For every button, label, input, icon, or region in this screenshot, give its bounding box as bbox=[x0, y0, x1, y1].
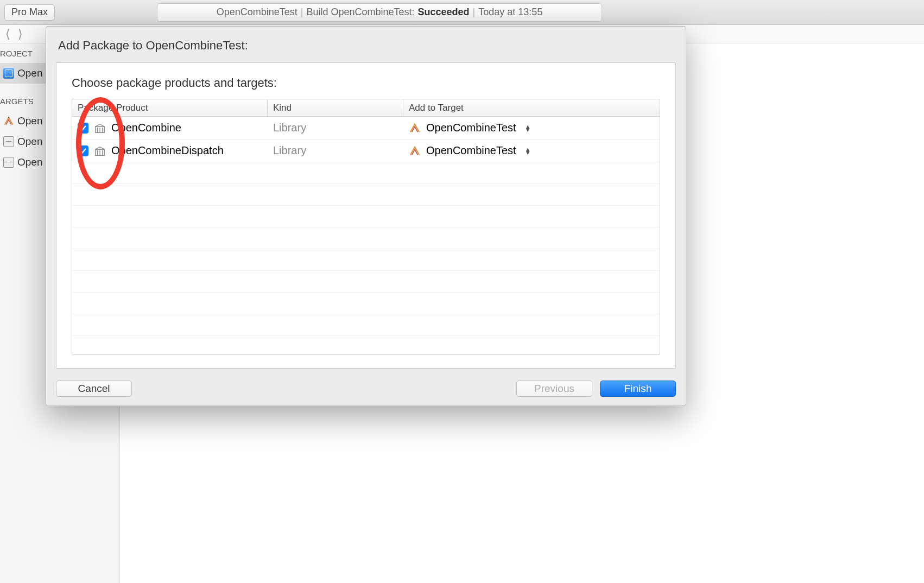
library-icon bbox=[94, 122, 106, 134]
activity-separator: | bbox=[473, 7, 476, 18]
dialog-subtitle: Choose package products and targets: bbox=[72, 76, 660, 90]
sidebar-item-label: Open bbox=[17, 136, 42, 148]
column-header-product[interactable]: Package Product bbox=[72, 99, 268, 116]
table-row bbox=[72, 206, 660, 227]
nav-forward-icon[interactable]: ⟩ bbox=[17, 27, 24, 41]
previous-button[interactable]: Previous bbox=[516, 381, 592, 397]
app-target-icon bbox=[409, 145, 421, 157]
project-icon bbox=[3, 68, 14, 79]
target-selector[interactable]: OpenCombineTest ▲▼ bbox=[403, 117, 660, 139]
add-package-dialog: Add Package to OpenCombineTest: Choose p… bbox=[46, 26, 686, 406]
sidebar-item-target[interactable]: Open bbox=[0, 152, 49, 173]
target-name: OpenCombineTest bbox=[426, 122, 516, 134]
nav-back-icon[interactable]: ⟨ bbox=[4, 27, 11, 41]
navigator-sidebar: ROJECT Open ARGETS Open Open Open bbox=[0, 43, 49, 173]
dialog-button-bar: Cancel Previous Finish bbox=[56, 381, 676, 397]
column-header-kind[interactable]: Kind bbox=[268, 99, 403, 116]
sidebar-item-target[interactable]: Open bbox=[0, 111, 49, 131]
sidebar-item-label: Open bbox=[17, 67, 42, 79]
table-row bbox=[72, 184, 660, 206]
stepper-icon: ▲▼ bbox=[525, 125, 531, 131]
row-checkbox[interactable] bbox=[78, 123, 88, 134]
section-header-targets: ARGETS bbox=[0, 91, 49, 111]
dialog-body: Choose package products and targets: Pac… bbox=[56, 62, 676, 369]
cancel-button[interactable]: Cancel bbox=[56, 381, 132, 397]
target-name: OpenCombineTest bbox=[426, 144, 516, 157]
app-target-icon bbox=[409, 122, 421, 134]
finish-button[interactable]: Finish bbox=[600, 381, 676, 397]
table-row bbox=[72, 162, 660, 184]
product-name: OpenCombineDispatch bbox=[111, 144, 224, 157]
table-row bbox=[72, 249, 660, 271]
section-header-project: ROJECT bbox=[0, 43, 49, 63]
column-header-target[interactable]: Add to Target bbox=[403, 99, 660, 116]
table-body: OpenCombine Library OpenCombineTest ▲▼ bbox=[72, 117, 660, 354]
product-kind: Library bbox=[268, 117, 403, 139]
table-row bbox=[72, 293, 660, 314]
sidebar-item-label: Open bbox=[17, 156, 42, 168]
test-target-icon bbox=[3, 157, 14, 168]
table-row[interactable]: OpenCombine Library OpenCombineTest ▲▼ bbox=[72, 117, 660, 140]
library-icon bbox=[94, 145, 106, 157]
sidebar-item-project[interactable]: Open bbox=[0, 63, 49, 84]
activity-viewer[interactable]: OpenCombineTest | Build OpenCombineTest:… bbox=[157, 3, 602, 22]
device-label: Pro Max bbox=[11, 7, 48, 18]
stepper-icon: ▲▼ bbox=[525, 148, 531, 154]
product-kind: Library bbox=[268, 140, 403, 162]
app-target-icon bbox=[3, 116, 14, 126]
target-selector[interactable]: OpenCombineTest ▲▼ bbox=[403, 140, 660, 162]
device-selector[interactable]: Pro Max bbox=[4, 4, 55, 21]
sidebar-item-label: Open bbox=[17, 115, 42, 127]
activity-status: Succeeded bbox=[418, 7, 470, 18]
top-toolbar: Pro Max OpenCombineTest | Build OpenComb… bbox=[0, 0, 924, 25]
svg-point-0 bbox=[8, 117, 10, 118]
table-row bbox=[72, 314, 660, 336]
dialog-title: Add Package to OpenCombineTest: bbox=[56, 39, 676, 53]
table-header: Package Product Kind Add to Target bbox=[72, 99, 660, 117]
activity-scheme: OpenCombineTest bbox=[217, 7, 298, 18]
table-row bbox=[72, 227, 660, 249]
activity-build-prefix: Build OpenCombineTest: bbox=[306, 7, 414, 18]
sidebar-item-target[interactable]: Open bbox=[0, 131, 49, 152]
row-checkbox[interactable] bbox=[78, 145, 88, 156]
product-name: OpenCombine bbox=[111, 122, 181, 134]
table-row[interactable]: OpenCombineDispatch Library OpenCombineT… bbox=[72, 140, 660, 162]
table-row bbox=[72, 271, 660, 293]
activity-separator: | bbox=[301, 7, 303, 18]
activity-time: Today at 13:55 bbox=[478, 7, 542, 18]
test-target-icon bbox=[3, 136, 14, 147]
package-products-table: Package Product Kind Add to Target OpenC… bbox=[72, 99, 660, 355]
